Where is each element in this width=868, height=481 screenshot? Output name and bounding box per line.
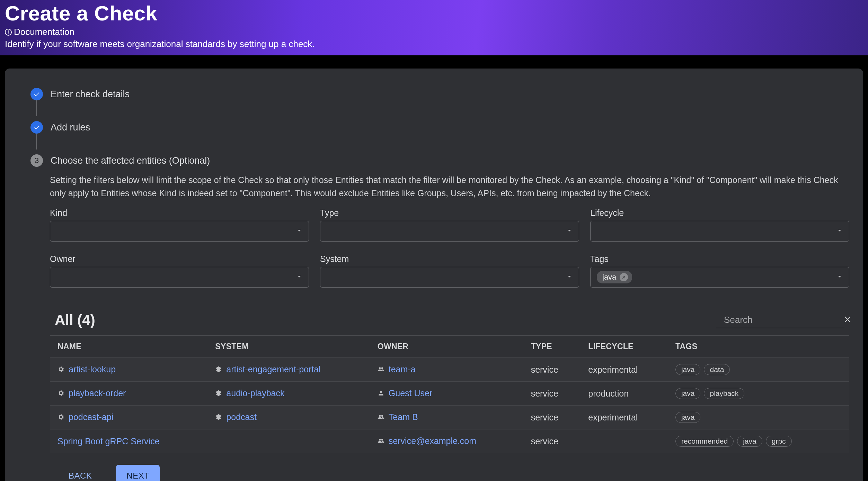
component-icon (57, 366, 64, 373)
documentation-link[interactable]: Documentation (14, 27, 74, 37)
type-cell: service (523, 429, 581, 453)
filter-label: Owner (50, 254, 309, 264)
type-cell: service (523, 382, 581, 406)
caret-down-icon (836, 227, 843, 236)
entity-link[interactable]: podcast-api (69, 412, 113, 422)
owner-icon (378, 437, 384, 444)
table-row: podcast-api podcast Team B service exper… (50, 406, 849, 429)
table-row: playback-order audio-playback Guest User… (50, 382, 849, 406)
search-input[interactable] (724, 315, 836, 325)
tags-cell: recommendedjavagrpc (668, 429, 849, 453)
col-tags[interactable]: TAGS (668, 336, 849, 358)
caret-down-icon (295, 273, 303, 282)
component-icon (57, 390, 64, 397)
col-owner[interactable]: OWNER (370, 336, 523, 358)
lifecycle-cell: experimental (581, 358, 668, 382)
col-type[interactable]: TYPE (523, 336, 581, 358)
caret-down-icon (566, 273, 573, 282)
back-button[interactable]: BACK (58, 465, 102, 481)
owner-link[interactable]: Team B (389, 412, 418, 422)
filter-owner: Owner (50, 254, 309, 288)
tags-cell: javaplayback (668, 382, 849, 406)
lifecycle-select[interactable] (590, 221, 849, 242)
tags-select[interactable]: java (590, 267, 849, 288)
step-choose-entities: 3 Choose the affected entities (Optional… (30, 152, 849, 169)
content-card: Enter check details Add rules 3 Choose t… (5, 69, 863, 481)
filter-label: Type (320, 208, 579, 218)
system-link[interactable]: artist-engagement-portal (226, 364, 320, 374)
results-panel: All (4) NAME SYSTEM OWNER TYPE LIFECYCLE… (50, 312, 849, 453)
tag-pill: java (675, 364, 701, 375)
tag-pill: java (737, 436, 762, 447)
filter-system: System (320, 254, 579, 288)
table-row: Spring Boot gRPC Service service@example… (50, 429, 849, 453)
step-enter-details[interactable]: Enter check details (30, 86, 849, 102)
tag-pill: recommended (675, 436, 734, 447)
next-button[interactable]: NEXT (116, 465, 160, 481)
tags-cell: java (668, 406, 849, 429)
tags-cell: javadata (668, 358, 849, 382)
page-subtitle: Identify if your software meets organiza… (5, 39, 863, 49)
step-index: 3 (30, 154, 43, 167)
system-icon (215, 414, 222, 420)
type-cell: service (523, 358, 581, 382)
check-icon (30, 88, 43, 100)
info-icon: i (5, 29, 12, 36)
entity-link[interactable]: playback-order (69, 388, 126, 398)
caret-down-icon (836, 273, 843, 282)
filter-tags: Tags java (590, 254, 849, 288)
type-cell: service (523, 406, 581, 429)
system-icon (215, 366, 222, 373)
lifecycle-cell: production (581, 382, 668, 406)
entity-link[interactable]: Spring Boot gRPC Service (57, 436, 160, 446)
tag-pill: playback (704, 388, 744, 399)
col-name[interactable]: NAME (50, 336, 207, 358)
system-select[interactable] (320, 267, 579, 288)
owner-link[interactable]: Guest User (389, 388, 432, 398)
owner-link[interactable]: team-a (389, 364, 416, 374)
system-icon (215, 390, 222, 397)
page-header: Create a Check i Documentation Identify … (0, 0, 868, 55)
col-system[interactable]: SYSTEM (207, 336, 370, 358)
remove-tag-button[interactable] (620, 273, 628, 281)
step-add-rules[interactable]: Add rules (30, 119, 849, 136)
system-link[interactable]: podcast (226, 412, 257, 422)
check-icon (30, 121, 43, 134)
step-description: Setting the filters below will limit the… (50, 174, 849, 200)
step-label: Choose the affected entities (Optional) (51, 155, 210, 166)
filter-label: Kind (50, 208, 309, 218)
table-row: artist-lookup artist-engagement-portal t… (50, 358, 849, 382)
lifecycle-cell: experimental (581, 406, 668, 429)
tag-chip: java (597, 271, 632, 283)
caret-down-icon (295, 227, 303, 236)
tag-pill: grpc (766, 436, 792, 447)
filter-label: Lifecycle (590, 208, 849, 218)
filter-grid: Kind Type Lifecycle Owner (50, 208, 849, 288)
owner-icon (378, 366, 384, 373)
entities-table: NAME SYSTEM OWNER TYPE LIFECYCLE TAGS ar… (50, 335, 849, 453)
tag-pill: data (704, 364, 730, 375)
table-header-row: NAME SYSTEM OWNER TYPE LIFECYCLE TAGS (50, 336, 849, 358)
tag-pill: java (675, 388, 701, 399)
chip-label: java (602, 273, 616, 282)
clear-search-button[interactable] (843, 315, 852, 326)
stepper: Enter check details Add rules 3 Choose t… (30, 86, 849, 169)
component-icon (57, 414, 64, 420)
filter-label: System (320, 254, 579, 264)
lifecycle-cell (581, 429, 668, 453)
tag-pill: java (675, 412, 701, 423)
caret-down-icon (566, 227, 573, 236)
owner-link[interactable]: service@example.com (389, 436, 476, 446)
results-title: All (4) (55, 312, 95, 328)
wizard-buttons: BACK NEXT (58, 465, 849, 481)
step-label: Add rules (51, 122, 90, 133)
system-link[interactable]: audio-playback (226, 388, 284, 398)
search-box (716, 312, 844, 328)
entity-link[interactable]: artist-lookup (69, 364, 116, 374)
filter-lifecycle: Lifecycle (590, 208, 849, 242)
kind-select[interactable] (50, 221, 309, 242)
type-select[interactable] (320, 221, 579, 242)
owner-select[interactable] (50, 267, 309, 288)
col-lifecycle[interactable]: LIFECYCLE (581, 336, 668, 358)
owner-icon (378, 390, 384, 397)
